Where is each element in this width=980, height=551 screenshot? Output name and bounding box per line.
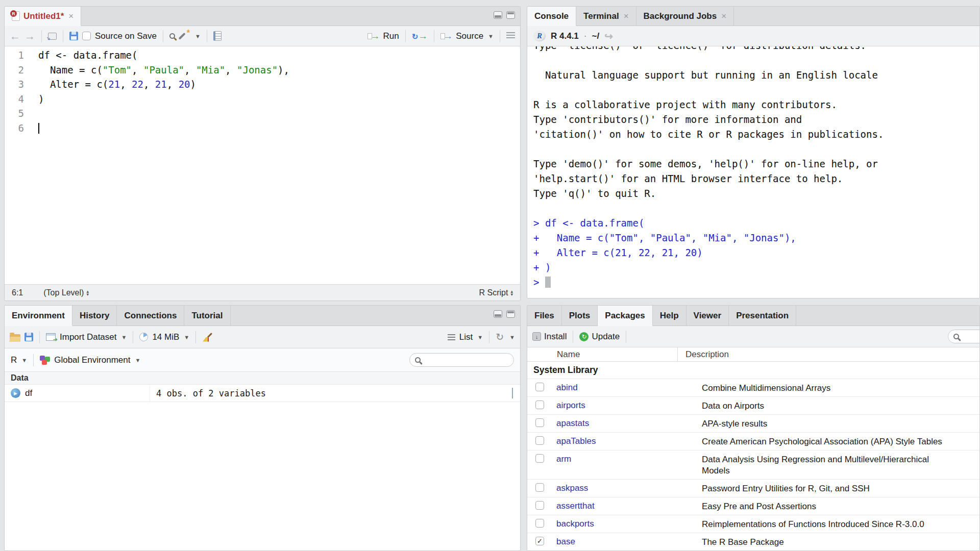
files-tab-presentation[interactable]: Presentation — [729, 306, 796, 325]
refresh-icon[interactable]: ↻ — [496, 332, 504, 342]
code-tools-dropdown-icon[interactable]: ▼ — [195, 33, 201, 39]
language-dropdown-icon[interactable]: ▼ — [21, 357, 27, 363]
package-loaded-checkbox[interactable] — [535, 519, 544, 528]
refresh-dropdown-icon[interactable]: ▼ — [509, 334, 515, 340]
filetype-selector[interactable]: R Script ▴▾ — [479, 288, 513, 297]
run-button[interactable]: → Run — [368, 31, 399, 41]
open-in-new-window-icon[interactable] — [48, 33, 57, 40]
editor-tab-label: Untitled1* — [23, 11, 64, 21]
expand-object-icon[interactable]: ▶ — [11, 388, 20, 398]
minimize-pane-icon[interactable] — [494, 11, 502, 19]
line-number: 4 — [5, 92, 30, 107]
import-dataset-dropdown-icon[interactable]: ▼ — [121, 334, 127, 340]
environment-pane: EnvironmentHistoryConnectionsTutorial Im… — [4, 305, 521, 551]
goto-directory-icon[interactable]: ↪ — [604, 30, 613, 42]
code-line — [38, 121, 289, 136]
environment-tabstrip: EnvironmentHistoryConnectionsTutorial — [5, 306, 520, 326]
files-tab-packages[interactable]: Packages — [598, 306, 652, 326]
code-line: Alter = c(21, 22, 21, 20) — [38, 77, 289, 92]
console-output-line: Natural language support but running in … — [533, 68, 979, 83]
import-dataset-button[interactable]: Import Dataset ▼ — [60, 332, 127, 342]
console-tab-terminal[interactable]: Terminal× — [576, 7, 636, 26]
maximize-pane-icon[interactable] — [506, 310, 515, 318]
console-output-line — [533, 142, 979, 157]
package-loaded-checkbox[interactable] — [535, 383, 544, 391]
package-name-link[interactable]: apaTables — [556, 435, 669, 446]
tab-label: Background Jobs — [644, 11, 717, 21]
source-label: Source — [456, 31, 483, 41]
clear-workspace-icon[interactable] — [202, 332, 212, 342]
console-tab-console[interactable]: Console — [527, 7, 576, 26]
package-loaded-checkbox[interactable] — [535, 418, 544, 427]
package-name-link[interactable]: base — [556, 536, 669, 547]
memory-dropdown-icon[interactable]: ▼ — [184, 334, 189, 340]
package-loaded-checkbox[interactable] — [535, 501, 544, 510]
load-workspace-icon[interactable] — [10, 334, 20, 342]
update-button[interactable]: ↻ Update — [579, 332, 620, 342]
view-mode-dropdown-icon[interactable]: ▼ — [477, 334, 483, 340]
close-tab-icon[interactable]: × — [624, 11, 629, 21]
package-name-link[interactable]: backports — [556, 518, 669, 529]
package-loaded-checkbox[interactable] — [535, 400, 544, 409]
back-icon[interactable]: ← — [10, 31, 20, 41]
environment-tab-connections[interactable]: Connections — [117, 306, 184, 325]
save-workspace-icon[interactable] — [24, 333, 33, 341]
forward-icon[interactable]: → — [24, 31, 35, 41]
find-replace-icon[interactable] — [169, 33, 175, 39]
environment-tab-tutorial[interactable]: Tutorial — [184, 306, 230, 325]
package-name-link[interactable]: arm — [556, 453, 669, 464]
files-tab-files[interactable]: Files — [527, 306, 562, 325]
console-output[interactable]: Type 'license()' or 'licence()' for dist… — [527, 46, 979, 298]
scope-selector[interactable]: (Top Level) ▴▾ — [43, 288, 89, 297]
compile-report-icon[interactable] — [213, 31, 222, 41]
object-name: df — [25, 388, 32, 398]
package-row: assertthatEasy Pre and Post Assertions — [527, 497, 979, 515]
files-tab-help[interactable]: Help — [653, 306, 687, 325]
editor-tab-untitled1[interactable]: Untitled1* × — [5, 7, 81, 26]
source-button[interactable]: → Source ▼ — [440, 31, 494, 41]
document-outline-icon[interactable] — [506, 32, 515, 40]
package-row: abindCombine Multidimensional Arrays — [527, 379, 979, 397]
environment-dropdown-icon[interactable]: ▼ — [135, 357, 140, 363]
view-table-icon[interactable] — [512, 388, 513, 398]
save-icon[interactable] — [69, 32, 78, 40]
memory-usage-button[interactable]: 14 MiB ▼ — [152, 332, 189, 342]
maximize-pane-icon[interactable] — [506, 11, 515, 19]
close-tab-icon[interactable]: × — [68, 11, 74, 21]
rerun-icon[interactable]: ↻→ — [412, 31, 428, 42]
package-name-link[interactable]: apastats — [556, 417, 669, 429]
package-loaded-checkbox[interactable] — [535, 454, 544, 463]
environment-object-row[interactable]: ▶df4 obs. of 2 variables — [5, 385, 520, 402]
package-name-link[interactable]: askpass — [556, 482, 669, 493]
view-mode-button[interactable]: List ▼ — [459, 332, 483, 342]
files-tab-plots[interactable]: Plots — [562, 306, 598, 325]
code-line: df <- data.frame( — [38, 48, 289, 63]
code-tools-icon[interactable] — [179, 31, 189, 41]
environment-tab-history[interactable]: History — [72, 306, 117, 325]
environment-tab-environment[interactable]: Environment — [5, 306, 72, 326]
environment-search-input[interactable] — [409, 353, 514, 367]
close-tab-icon[interactable]: × — [721, 11, 726, 21]
install-button[interactable]: ↓ Install — [532, 332, 567, 342]
code-editor[interactable]: 123456 df <- data.frame( Name = c("Tom",… — [5, 46, 520, 284]
source-editor-pane: Untitled1* × ← → Source on Save ▼ → Run … — [4, 6, 521, 301]
tab-label: Viewer — [694, 311, 722, 321]
language-selector[interactable]: R ▼ — [11, 355, 27, 365]
package-loaded-checkbox[interactable] — [535, 483, 544, 492]
filetype-spinner-icon: ▴▾ — [510, 290, 513, 296]
environment-selector[interactable]: Global Environment ▼ — [54, 355, 140, 365]
console-tab-background-jobs[interactable]: Background Jobs× — [636, 7, 734, 26]
package-list: abindCombine Multidimensional Arraysairp… — [527, 379, 979, 551]
files-tab-viewer[interactable]: Viewer — [687, 306, 729, 325]
packages-search-input[interactable] — [948, 330, 980, 343]
package-loaded-checkbox[interactable]: ✓ — [535, 537, 544, 545]
source-dropdown-icon[interactable]: ▼ — [488, 33, 494, 39]
package-name-link[interactable]: assertthat — [556, 500, 669, 511]
minimize-pane-icon[interactable] — [494, 310, 502, 318]
package-loaded-checkbox[interactable] — [535, 436, 544, 445]
package-name-link[interactable]: airports — [556, 399, 669, 411]
package-name-link[interactable]: abind — [556, 382, 669, 393]
console-input-line: + Alter = c(21, 22, 21, 20) — [533, 245, 979, 260]
source-on-save-checkbox[interactable] — [82, 32, 91, 40]
console-output-line: 'help.start()' for an HTML browser inter… — [533, 171, 979, 186]
